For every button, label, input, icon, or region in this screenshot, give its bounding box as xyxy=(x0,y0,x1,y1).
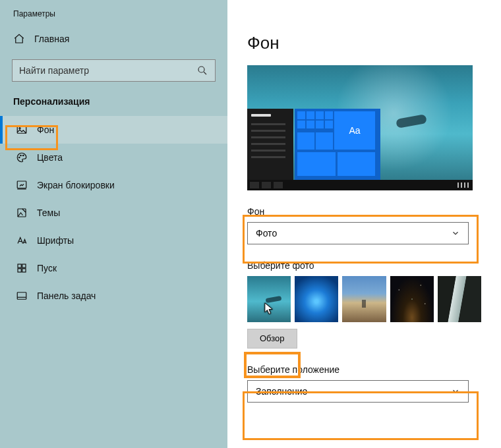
desktop-preview: Aa xyxy=(247,65,473,190)
sidebar-item-start[interactable]: Пуск xyxy=(0,254,227,282)
photo-thumb-2[interactable] xyxy=(295,276,338,322)
background-section: Фон Фото xyxy=(247,206,481,244)
search-icon xyxy=(196,65,208,76)
sidebar-item-label: Фон xyxy=(37,125,54,135)
photo-thumb-1[interactable] xyxy=(247,276,291,322)
svg-point-4 xyxy=(20,155,22,156)
cursor-icon xyxy=(264,302,274,316)
start-icon xyxy=(16,262,28,274)
svg-point-0 xyxy=(198,67,204,72)
sidebar: Параметры Главная Персонализация Фон Цве… xyxy=(0,0,227,448)
image-icon xyxy=(16,124,28,136)
fit-dropdown[interactable]: Заполнение xyxy=(247,380,469,403)
fit-label: Выберите положение xyxy=(247,364,481,375)
fit-section: Выберите положение Заполнение xyxy=(247,364,481,403)
svg-rect-11 xyxy=(22,269,26,272)
search-input[interactable] xyxy=(19,65,196,76)
choose-photo-label: Выберите фото xyxy=(247,260,481,271)
sidebar-item-colors[interactable]: Цвета xyxy=(0,144,227,171)
sidebar-item-label: Шрифты xyxy=(37,235,74,246)
taskbar-icon xyxy=(16,290,28,302)
background-label: Фон xyxy=(247,206,481,217)
svg-rect-10 xyxy=(18,269,21,272)
sidebar-item-background[interactable]: Фон xyxy=(0,116,227,144)
sidebar-items: Фон Цвета Экран блокировки Темы Шрифты П… xyxy=(0,116,227,310)
photo-thumb-5[interactable] xyxy=(438,276,481,322)
lockscreen-icon xyxy=(16,179,28,191)
preview-window xyxy=(247,109,293,180)
search-box[interactable] xyxy=(12,59,216,82)
fit-dropdown-value: Заполнение xyxy=(256,386,307,397)
choose-photo-section: Выберите фото Обзор xyxy=(247,260,481,349)
browse-button[interactable]: Обзор xyxy=(247,329,297,349)
sidebar-item-label: Пуск xyxy=(37,263,57,273)
main-content: Фон Aa Фон Фото Выберите фото xyxy=(227,0,501,448)
preview-sample-tile: Aa xyxy=(334,111,375,150)
svg-rect-9 xyxy=(22,264,26,267)
photo-thumbnails xyxy=(247,276,481,322)
palette-icon xyxy=(16,152,28,163)
background-dropdown-value: Фото xyxy=(256,228,277,238)
sidebar-item-label: Темы xyxy=(37,208,60,218)
themes-icon xyxy=(16,207,28,219)
sidebar-item-lockscreen[interactable]: Экран блокировки xyxy=(0,171,227,199)
svg-point-3 xyxy=(19,157,20,158)
sidebar-item-themes[interactable]: Темы xyxy=(0,199,227,227)
photo-thumb-4[interactable] xyxy=(390,276,434,322)
fonts-icon xyxy=(16,235,28,246)
sidebar-item-taskbar[interactable]: Панель задач xyxy=(0,282,227,310)
sidebar-item-fonts[interactable]: Шрифты xyxy=(0,227,227,254)
svg-point-5 xyxy=(23,155,24,156)
chevron-down-icon xyxy=(451,229,460,238)
home-label: Главная xyxy=(34,34,69,44)
svg-rect-12 xyxy=(17,293,26,300)
category-title: Персонализация xyxy=(0,92,227,116)
preview-taskbar xyxy=(247,180,473,190)
home-button[interactable]: Главная xyxy=(0,26,227,51)
sidebar-item-label: Панель задач xyxy=(37,291,96,301)
preview-start-tiles: Aa xyxy=(295,109,380,180)
photo-thumb-3[interactable] xyxy=(342,276,386,322)
svg-rect-8 xyxy=(18,264,21,267)
home-icon xyxy=(13,33,25,45)
window-title: Параметры xyxy=(0,0,227,26)
sidebar-item-label: Цвета xyxy=(37,152,63,163)
chevron-down-icon xyxy=(451,387,460,396)
sidebar-item-label: Экран блокировки xyxy=(37,180,115,190)
page-title: Фон xyxy=(247,33,481,53)
background-dropdown[interactable]: Фото xyxy=(247,222,469,244)
svg-point-2 xyxy=(19,128,20,129)
